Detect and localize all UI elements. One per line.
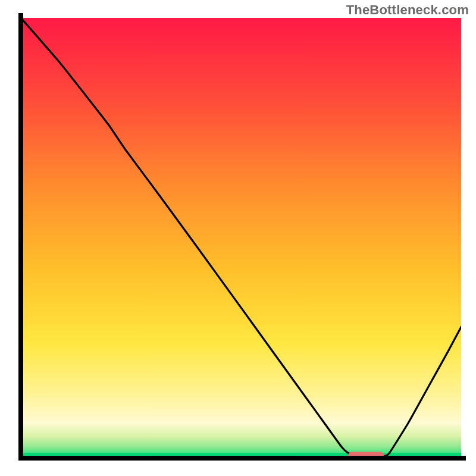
watermark-text: TheBottleneck.com (346, 2, 469, 18)
plot-background (21, 18, 461, 458)
chart-svg (0, 0, 476, 476)
chart-stage: TheBottleneck.com (0, 0, 476, 476)
